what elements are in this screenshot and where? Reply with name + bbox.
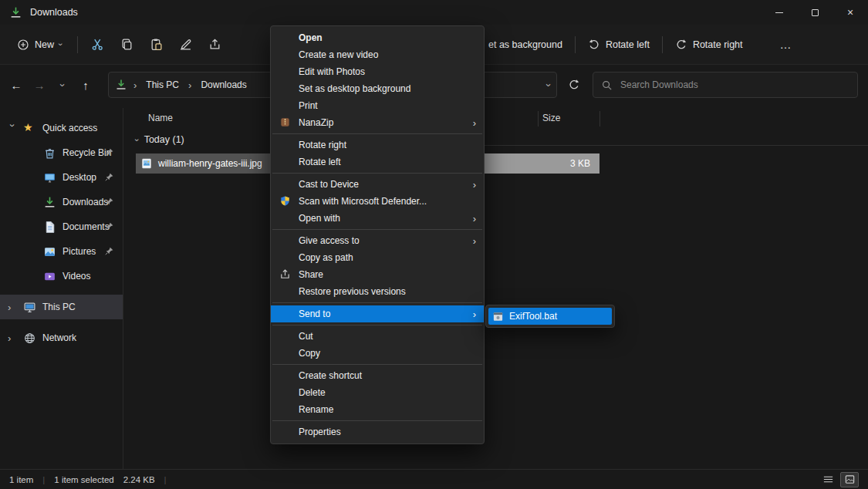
column-header-size[interactable]: Size [542, 113, 560, 123]
menu-item-rotate-left[interactable]: Rotate left [271, 153, 484, 170]
thumbnails-view-button[interactable] [840, 472, 859, 487]
search-box [593, 72, 858, 98]
sidebar-item-quick-access[interactable]: › ★ Quick access [0, 116, 123, 140]
menu-item-create-shortcut[interactable]: Create shortcut [271, 367, 484, 384]
menu-item-label: Restore previous versions [299, 286, 406, 297]
paste-button[interactable] [147, 35, 166, 54]
menu-item-copy[interactable]: Copy [271, 345, 484, 362]
menu-item-copy-as-path[interactable]: Copy as path [271, 249, 484, 266]
details-view-button[interactable] [819, 472, 837, 487]
menu-item-give-access-to[interactable]: Give access to › [271, 232, 484, 249]
menu-item-cut[interactable]: Cut [271, 328, 484, 345]
menu-item-rename[interactable]: Rename [271, 401, 484, 418]
submenu-arrow-icon: › [473, 309, 476, 320]
menu-item-share[interactable]: Share [271, 266, 484, 283]
sidebar-item-recycle-bin[interactable]: Recycle Bin [0, 140, 123, 165]
menu-item-nanazip[interactable]: NanaZip › [271, 114, 484, 131]
group-header-today[interactable]: › Today (1) [136, 134, 184, 145]
minimize-button[interactable] [762, 0, 797, 25]
chevron-right-icon[interactable]: › [8, 302, 17, 312]
more-options-button[interactable]: … [775, 37, 797, 52]
sidebar-item-label: Downloads [62, 197, 108, 207]
sidebar-item-label: Quick access [42, 123, 97, 133]
file-size: 3 KB [570, 158, 590, 169]
sidebar-item-downloads[interactable]: Downloads [0, 190, 123, 214]
refresh-button[interactable] [562, 73, 586, 96]
sidebar-item-label: Pictures [62, 246, 96, 257]
menu-separator [272, 173, 482, 174]
breadcrumb-this-pc[interactable]: This PC [143, 78, 182, 92]
nanazip-icon [279, 116, 292, 129]
cut-button[interactable] [88, 35, 107, 54]
search-input[interactable] [619, 79, 849, 91]
maximize-button[interactable] [797, 0, 833, 25]
group-header-label: Today (1) [144, 134, 184, 145]
file-row[interactable]: william-henry-gates-iii.jpg 3 KB [124, 153, 868, 174]
menu-item-rotate-right[interactable]: Rotate right [271, 137, 484, 153]
column-separator[interactable] [538, 111, 539, 126]
rotate-left-label: Rotate left [606, 39, 650, 50]
menu-item-edit-with-photos[interactable]: Edit with Photos [271, 63, 484, 80]
copy-button[interactable] [117, 35, 137, 54]
menu-separator [272, 302, 482, 303]
share-button[interactable] [205, 35, 225, 54]
rotate-left-button[interactable]: Rotate left [585, 34, 653, 56]
desktop-icon [43, 171, 56, 184]
pin-icon [104, 172, 115, 183]
sidebar-item-videos[interactable]: Videos [0, 264, 123, 288]
submenu-item-exiftool-bat[interactable]: ExifTool.bat [488, 308, 612, 325]
back-button[interactable]: ← [5, 73, 28, 96]
recent-locations-button[interactable]: › [51, 73, 74, 96]
sidebar-item-pictures[interactable]: Pictures [0, 239, 123, 264]
menu-item-scan-with-microsoft-defender[interactable]: Scan with Microsoft Defender... [271, 193, 484, 210]
menu-item-properties[interactable]: Properties [271, 423, 484, 440]
menu-item-send-to[interactable]: Send to › [271, 305, 484, 322]
sidebar-item-network[interactable]: › Network [0, 325, 123, 350]
file-name: william-henry-gates-iii.jpg [158, 158, 262, 169]
menu-item-print[interactable]: Print [271, 97, 484, 114]
menu-item-label: Copy [299, 348, 320, 359]
menu-item-cast-to-device[interactable]: Cast to Device › [271, 176, 484, 193]
chevron-right-icon[interactable]: › [8, 333, 17, 343]
address-dropdown-icon[interactable]: › [543, 83, 553, 86]
close-button[interactable]: × [833, 0, 868, 25]
breadcrumb-chevron-icon: › [188, 80, 191, 90]
sidebar-item-label: Network [42, 332, 76, 343]
sidebar-item-this-pc[interactable]: › This PC [0, 295, 123, 319]
videos-icon [43, 270, 56, 283]
rename-button[interactable] [176, 35, 195, 54]
pin-icon [104, 197, 115, 207]
column-separator[interactable] [599, 111, 600, 126]
menu-item-open[interactable]: Open [271, 29, 484, 46]
rotate-right-button[interactable]: Rotate right [672, 34, 746, 56]
status-bar: 1 item | 1 item selected 2.24 KB | [0, 469, 868, 489]
breadcrumb-downloads[interactable]: Downloads [198, 78, 249, 92]
chevron-down-icon[interactable]: › [133, 138, 141, 141]
pin-icon [104, 246, 115, 257]
context-menu: Open Create a new video Edit with Photos… [270, 25, 485, 444]
menu-item-set-as-desktop-background[interactable]: Set as desktop background [271, 80, 484, 97]
up-arrow-icon: ↑ [83, 79, 89, 92]
set-as-background-button[interactable]: et as background [485, 35, 566, 55]
sidebar-item-documents[interactable]: Documents [0, 214, 123, 239]
column-header-name[interactable]: Name [148, 113, 173, 123]
up-button[interactable]: ↑ [74, 73, 97, 96]
exiftool-app-icon [492, 311, 504, 322]
sidebar-item-desktop[interactable]: Desktop [0, 165, 123, 190]
forward-button[interactable]: → [28, 73, 51, 96]
item-count: 1 item [9, 475, 33, 484]
chevron-down-icon[interactable]: › [8, 123, 18, 133]
chevron-down-icon: › [56, 43, 65, 46]
downloads-folder-icon [115, 79, 127, 91]
menu-item-restore-previous-versions[interactable]: Restore previous versions [271, 283, 484, 300]
menu-item-open-with[interactable]: Open with › [271, 210, 484, 227]
menu-item-label: Give access to [299, 235, 360, 246]
new-button[interactable]: New › [12, 34, 67, 56]
menu-item-label: Create shortcut [299, 370, 362, 381]
menu-separator [272, 133, 482, 134]
menu-item-delete[interactable]: Delete [271, 384, 484, 401]
menu-separator [272, 325, 482, 325]
close-icon: × [847, 6, 853, 19]
send-to-submenu: ExifTool.bat [485, 305, 615, 328]
menu-item-create-a-new-video[interactable]: Create a new video [271, 46, 484, 63]
